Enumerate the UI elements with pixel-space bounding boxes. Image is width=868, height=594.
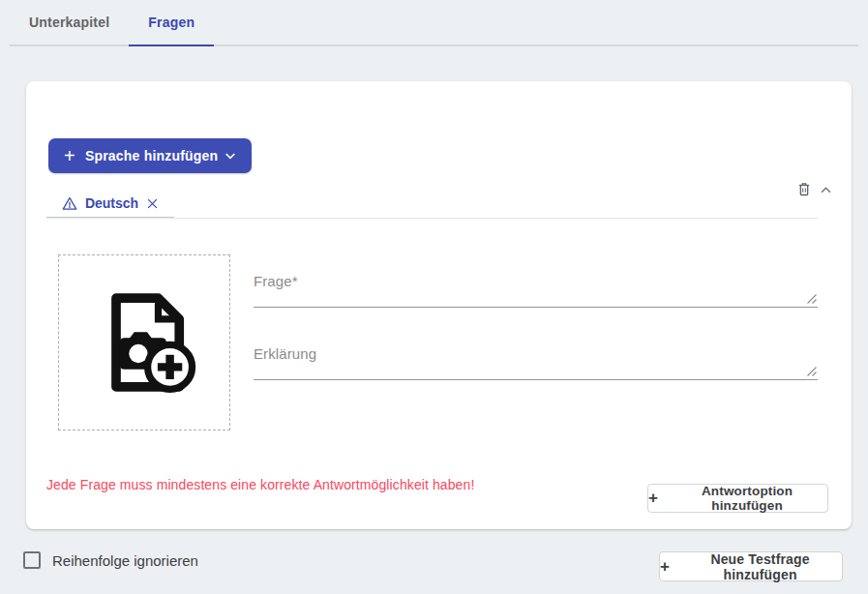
- ignore-order-checkbox[interactable]: [23, 551, 41, 569]
- close-icon: [145, 196, 160, 211]
- question-editor-page: Unterkapitel Fragen: [0, 0, 868, 594]
- image-upload-dropzone[interactable]: [58, 254, 230, 431]
- erklaerung-label: Erklärung: [254, 345, 316, 362]
- language-tab-deutsch[interactable]: Deutsch: [46, 190, 174, 217]
- remove-language-button[interactable]: [145, 196, 160, 211]
- add-language-button-label: Sprache hinzufügen: [85, 148, 218, 163]
- add-image-document-icon: [88, 286, 200, 399]
- language-tab-label: Deutsch: [85, 195, 138, 211]
- delete-question-button[interactable]: [793, 177, 816, 200]
- tab-fragen[interactable]: Fragen: [129, 0, 214, 45]
- add-test-question-label: Neue Testfrage hinzufügen: [678, 551, 842, 582]
- trash-icon: [796, 181, 812, 197]
- frage-label: Frage*: [254, 273, 298, 289]
- validation-message: Jede Frage muss mindestens eine korrekte…: [46, 477, 627, 492]
- erklaerung-textarea[interactable]: Erklärung: [254, 340, 818, 380]
- ignore-order-row[interactable]: Reihenfolge ignorieren: [23, 551, 198, 569]
- tab-unterkapitel[interactable]: Unterkapitel: [10, 0, 129, 45]
- language-tab-divider: [46, 218, 818, 219]
- collapse-card-button[interactable]: [814, 178, 837, 201]
- frage-textarea[interactable]: Frage*: [254, 267, 818, 308]
- resize-grip-icon[interactable]: [807, 367, 817, 376]
- add-language-button[interactable]: + Sprache hinzufügen: [48, 138, 252, 173]
- chevron-down-icon: [223, 148, 238, 163]
- ignore-order-label: Reihenfolge ignorieren: [52, 552, 198, 569]
- warning-triangle-icon: [61, 195, 78, 212]
- plus-icon: +: [648, 490, 658, 506]
- plus-icon: +: [660, 558, 670, 575]
- plus-icon: +: [64, 146, 75, 165]
- tab-fragen-label: Fragen: [148, 15, 195, 30]
- question-card: + Sprache hinzufügen Deutsch: [26, 81, 852, 529]
- chevron-up-icon: [819, 183, 833, 197]
- add-test-question-button[interactable]: + Neue Testfrage hinzufügen: [659, 551, 843, 581]
- add-answer-option-button[interactable]: + Antwortoption hinzufügen: [647, 484, 828, 513]
- tab-unterkapitel-label: Unterkapitel: [29, 15, 109, 30]
- add-answer-option-label: Antwortoption hinzufügen: [667, 484, 827, 513]
- top-tab-bar: Unterkapitel Fragen: [10, 0, 858, 46]
- resize-grip-icon[interactable]: [807, 294, 817, 304]
